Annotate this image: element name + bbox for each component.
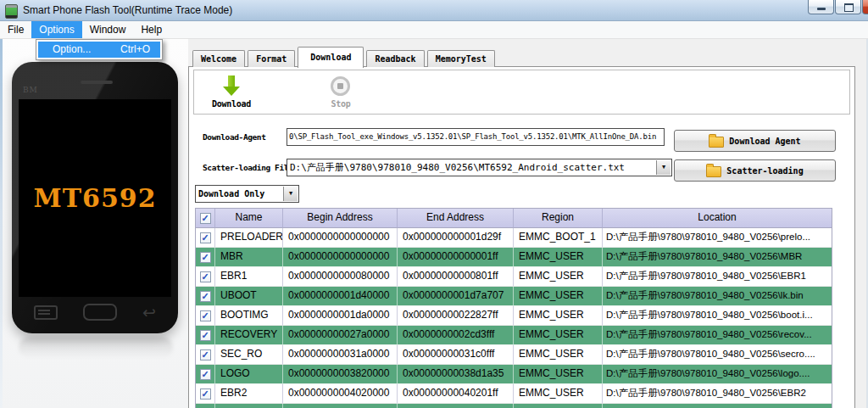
phone-image: BM MT6592 ↩ (12, 62, 178, 333)
scatter-dropdown-arrow-icon[interactable]: ▼ (656, 160, 670, 175)
cell-end-address: 0x00000000000001ff (398, 248, 514, 267)
phone-brand-label: BM (23, 86, 38, 94)
tab-memorytest[interactable]: MemoryTest (427, 50, 495, 67)
cell-begin-address: 0x0000000000080000 (283, 267, 398, 287)
tab-strip: WelcomeFormatDownloadReadbackMemoryTest (192, 46, 498, 67)
cell-name: BOOTIMG (215, 306, 283, 326)
device-preview-panel: BM MT6592 ↩ (3, 39, 188, 408)
row-checkbox[interactable]: ✓ (200, 291, 211, 302)
download-agent-button[interactable]: Download Agent (674, 130, 836, 152)
download-agent-input[interactable]: 0\SP_Flash_Tool_exe_Windows_v5.1352.01\S… (287, 128, 665, 146)
cell-begin-address: 0x0000000003820000 (283, 365, 398, 384)
menu-item-options[interactable]: Options (31, 21, 81, 38)
cell-region: EMMC_USER (514, 365, 603, 384)
cell-end-address: 0x0000000001d7a707 (398, 287, 514, 306)
row-checkbox[interactable]: ✓ (200, 252, 211, 263)
download-agent-label: Download-Agent (203, 132, 265, 142)
row-checkbox[interactable]: ✓ (200, 369, 211, 380)
cell-location (603, 404, 832, 408)
cell-end-address (398, 404, 514, 408)
cell-end-address: 0x00000000040201ff (398, 384, 514, 404)
column-header-region: Region (514, 209, 603, 228)
column-header-begin-address: Begin Address (283, 209, 398, 228)
menu-item-option[interactable]: Option... Ctrl+O (38, 42, 160, 58)
window-title: Smart Phone Flash Tool(Runtime Trace Mod… (23, 0, 232, 21)
cell-name: UBOOT (215, 287, 283, 306)
table-row[interactable] (196, 404, 832, 408)
select-all-checkbox[interactable]: ✓ (200, 213, 211, 224)
cell-end-address: 0x00000000038d1a35 (398, 365, 514, 384)
cell-location: D:\产品手册\9780\978010_9480_V0256\boot.i... (603, 306, 832, 326)
table-row[interactable]: ✓UBOOT0x0000000001d400000x0000000001d7a7… (196, 287, 832, 306)
row-checkbox[interactable]: ✓ (200, 271, 211, 282)
cell-begin-address: 0x0000000004020000 (283, 384, 398, 404)
table-row[interactable]: ✓SEC_RO0x00000000031a00000x00000000031c0… (196, 345, 832, 365)
cell-begin-address: 0x0000000001d40000 (283, 287, 398, 306)
menu-item-window[interactable]: Window (82, 21, 134, 38)
menu-item-help[interactable]: Help (133, 21, 170, 38)
cell-end-address: 0x00000000031c0fff (398, 345, 514, 365)
cell-location: D:\产品手册\9780\978010_9480_V0256\secro.... (603, 345, 832, 365)
table-row[interactable]: ✓MBR0x00000000000000000x00000000000001ff… (196, 248, 832, 267)
scatter-file-label: Scatter-loading File (203, 163, 292, 172)
phone-menu-icon (34, 305, 58, 320)
row-checkbox-cell: ✓ (196, 248, 215, 267)
header-checkbox-cell: ✓ (196, 209, 215, 228)
table-row[interactable]: ✓BOOTIMG0x0000000001da00000x000000000228… (196, 306, 832, 326)
row-checkbox[interactable]: ✓ (200, 330, 211, 341)
download-mode-value: Download Only (198, 189, 264, 198)
row-checkbox-cell: ✓ (196, 345, 215, 365)
cell-location: D:\产品手册\9780\978010_9480_V0256\MBR (603, 248, 832, 267)
cell-begin-address (283, 404, 398, 408)
row-checkbox-cell: ✓ (196, 365, 215, 384)
table-row[interactable]: ✓EBR10x00000000000800000x00000000000801f… (196, 267, 832, 287)
row-checkbox[interactable]: ✓ (200, 232, 211, 243)
cell-name (215, 404, 283, 408)
cell-end-address: 0x000000000001d29f (398, 228, 514, 248)
cell-location: D:\产品手册\9780\978010_9480_V0256\logo.... (603, 365, 832, 384)
folder-icon (706, 166, 721, 177)
tab-welcome[interactable]: Welcome (192, 50, 245, 67)
mode-dropdown-arrow-icon[interactable]: ▼ (283, 187, 298, 201)
table-row[interactable]: ✓RECOVERY0x00000000027a00000x0000000002c… (196, 326, 832, 345)
table-row[interactable]: ✓EBR20x00000000040200000x00000000040201f… (196, 384, 832, 404)
menubar: FileOptionsWindowHelp (0, 21, 868, 39)
menu-item-file[interactable]: File (0, 21, 31, 38)
cell-end-address: 0x00000000000801ff (398, 267, 514, 287)
cell-region: EMMC_USER (514, 384, 603, 404)
scatter-loading-button[interactable]: Scatter-loading (674, 159, 836, 182)
table-header-row: ✓NameBegin AddressEnd AddressRegionLocat… (196, 209, 832, 228)
tab-download[interactable]: Download (298, 47, 364, 68)
app-icon (5, 4, 18, 19)
cell-begin-address: 0x00000000031a0000 (283, 345, 398, 365)
stop-icon (331, 76, 350, 96)
row-checkbox[interactable]: ✓ (200, 310, 211, 321)
cell-region: EMMC_USER (514, 345, 603, 365)
close-button[interactable]: x (862, 0, 868, 14)
row-checkbox[interactable]: ✓ (200, 388, 211, 400)
row-checkbox[interactable]: ✓ (200, 349, 211, 360)
scatter-file-value: D:\产品手册\9780\978010_9480_V0256\MT6592_An… (290, 162, 625, 173)
table-row[interactable]: ✓LOGO0x00000000038200000x00000000038d1a3… (196, 365, 832, 384)
cell-location: D:\产品手册\9780\978010_9480_V0256\EBR2 (603, 384, 832, 404)
maximize-button[interactable] (835, 0, 861, 14)
scatter-file-combobox[interactable]: D:\产品手册\9780\978010_9480_V0256\MT6592_An… (287, 159, 672, 176)
minimize-button[interactable] (808, 0, 834, 14)
window-controls: x (807, 0, 868, 15)
cell-name: EBR2 (215, 384, 283, 404)
download-button-label: Download (206, 99, 257, 109)
tab-format[interactable]: Format (248, 50, 295, 67)
cell-begin-address: 0x0000000000000000 (283, 248, 398, 267)
partition-table: ✓NameBegin AddressEnd AddressRegionLocat… (195, 208, 832, 408)
tab-readback[interactable]: Readback (366, 50, 424, 67)
cell-name: LOGO (215, 365, 283, 384)
menu-item-option-shortcut: Ctrl+O (120, 42, 150, 58)
cell-name: EBR1 (215, 267, 283, 287)
cell-region: EMMC_USER (514, 287, 603, 306)
table-row[interactable]: ✓PRELOADER0x00000000000000000x0000000000… (196, 228, 832, 248)
cell-location: D:\产品手册\9780\978010_9480_V0256\lk.bin (603, 287, 832, 306)
menu-item-option-label: Option... (53, 42, 91, 58)
download-mode-select[interactable]: Download Only ▼ (195, 185, 299, 203)
cell-begin-address: 0x00000000027a0000 (283, 326, 398, 345)
download-tab-panel: Download Stop Download-Agent 0\SP_Flash_… (188, 66, 855, 408)
